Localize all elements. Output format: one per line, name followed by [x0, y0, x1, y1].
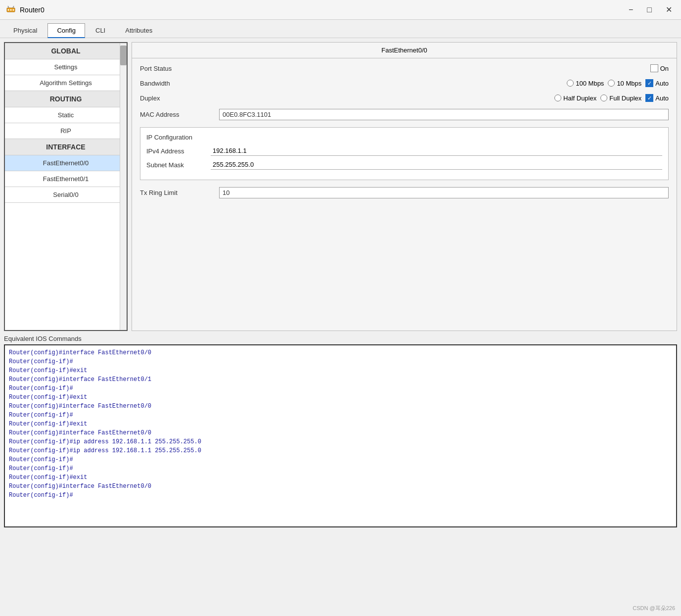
router-icon [6, 5, 16, 15]
mac-address-input[interactable] [219, 109, 669, 120]
bandwidth-10-radio[interactable] [608, 80, 615, 87]
window-controls: − □ ✕ [626, 4, 675, 15]
bandwidth-100-item: 100 Mbps [567, 80, 604, 87]
ios-section-title: Equivalent IOS Commands [4, 335, 677, 342]
ios-terminal[interactable]: Router(config)#interface FastEthernet0/0… [4, 344, 677, 527]
terminal-line: Router(config-if)# [9, 384, 672, 393]
sidebar-item-fastethernet00[interactable]: FastEthernet0/0 [5, 155, 127, 171]
bandwidth-auto-checkbox[interactable]: ✓ [645, 79, 653, 87]
terminal-line: Router(config)#interface FastEthernet0/1 [9, 375, 672, 384]
close-button[interactable]: ✕ [663, 4, 675, 15]
subnet-label: Subnet Mask [146, 161, 211, 169]
interface-panel: FastEthernet0/0 Port Status On Bandwidth [132, 42, 677, 331]
sidebar-item-interface: INTERFACE [5, 139, 127, 155]
terminal-line: Router(config)#interface FastEthernet0/0 [9, 482, 672, 491]
sidebar-item-algorithm-settings[interactable]: Algorithm Settings [5, 75, 127, 91]
ipv4-row: IPv4 Address [146, 146, 662, 156]
duplex-row: Duplex Half Duplex Full Duplex ✓ Auto [140, 94, 669, 102]
bandwidth-auto-item: ✓ Auto [645, 79, 669, 87]
sidebar: GLOBAL Settings Algorithm Settings ROUTI… [4, 42, 128, 331]
interface-body: Port Status On Bandwidth 100 Mbp [132, 58, 677, 204]
sidebar-item-settings[interactable]: Settings [5, 59, 127, 75]
terminal-line: Router(config)#interface FastEthernet0/0 [9, 348, 672, 357]
title-bar: Router0 − □ ✕ [0, 0, 681, 20]
title-bar-left: Router0 [6, 5, 45, 15]
terminal-line: Router(config)#interface FastEthernet0/0 [9, 428, 672, 437]
right-panel: FastEthernet0/0 Port Status On Bandwidth [132, 42, 677, 331]
subnet-row: Subnet Mask [146, 160, 662, 170]
terminal-line: Router(config-if)#ip address 192.168.1.1… [9, 446, 672, 455]
svg-point-3 [13, 9, 14, 10]
tab-physical[interactable]: Physical [4, 23, 46, 38]
tx-ring-row: Tx Ring Limit [140, 187, 669, 198]
tx-ring-input[interactable] [219, 187, 669, 198]
minimize-button[interactable]: − [626, 4, 636, 15]
ipv4-input[interactable] [211, 146, 662, 156]
subnet-input[interactable] [211, 160, 662, 170]
port-status-label: Port Status [140, 65, 219, 72]
port-status-row: Port Status On [140, 64, 669, 72]
bandwidth-100-label: 100 Mbps [576, 80, 604, 87]
bandwidth-100-radio[interactable] [567, 80, 574, 87]
watermark: CSDN @耳朵226 [633, 605, 675, 612]
terminal-line: Router(config-if)# [9, 491, 672, 500]
sidebar-item-fastethernet01[interactable]: FastEthernet0/1 [5, 171, 127, 187]
tabs-bar: Physical Config CLI Attributes [0, 20, 681, 38]
terminal-line: Router(config-if)#exit [9, 473, 672, 482]
sidebar-item-routing: ROUTING [5, 91, 127, 107]
duplex-full-radio[interactable] [600, 95, 607, 101]
bandwidth-label: Bandwidth [140, 80, 219, 87]
terminal-line: Router(config-if)#exit [9, 420, 672, 428]
terminal-line: Router(config-if)#ip address 192.168.1.1… [9, 437, 672, 446]
duplex-full-label: Full Duplex [609, 95, 641, 102]
terminal-line: Router(config-if)#exit [9, 393, 672, 402]
bandwidth-row: Bandwidth 100 Mbps 10 Mbps ✓ Auto [140, 79, 669, 87]
tab-cli[interactable]: CLI [86, 23, 115, 38]
ip-config-box: IP Configuration IPv4 Address Subnet Mas… [140, 127, 669, 180]
tx-ring-controls [219, 187, 669, 198]
mac-address-row: MAC Address [140, 109, 669, 120]
tab-attributes[interactable]: Attributes [116, 23, 162, 38]
port-status-on-checkbox[interactable]: On [650, 64, 669, 72]
interface-title: FastEthernet0/0 [132, 43, 677, 58]
duplex-auto-label: Auto [655, 95, 669, 102]
ip-config-title: IP Configuration [146, 134, 662, 141]
duplex-label: Duplex [140, 95, 219, 102]
maximize-button[interactable]: □ [644, 4, 655, 15]
svg-point-1 [8, 9, 9, 10]
bandwidth-10-item: 10 Mbps [608, 80, 641, 87]
main-content: GLOBAL Settings Algorithm Settings ROUTI… [0, 38, 681, 335]
port-status-controls: On [219, 64, 669, 72]
bandwidth-radio-group: 100 Mbps 10 Mbps ✓ Auto [219, 79, 669, 87]
sidebar-item-static[interactable]: Static [5, 107, 127, 123]
duplex-radio-group: Half Duplex Full Duplex ✓ Auto [219, 94, 669, 102]
sidebar-item-serial00[interactable]: Serial0/0 [5, 187, 127, 203]
tx-ring-label: Tx Ring Limit [140, 189, 219, 196]
ios-section: Equivalent IOS Commands Router(config)#i… [4, 335, 677, 527]
duplex-half-item: Half Duplex [554, 95, 596, 102]
sidebar-scrollbar-thumb [120, 46, 127, 65]
duplex-full-item: Full Duplex [600, 95, 641, 102]
window-title: Router0 [20, 6, 45, 14]
terminal-line: Router(config-if)# [9, 411, 672, 420]
duplex-auto-checkbox[interactable]: ✓ [645, 94, 653, 102]
bandwidth-10-label: 10 Mbps [617, 80, 641, 87]
svg-line-5 [13, 6, 14, 8]
sidebar-item-rip[interactable]: RIP [5, 123, 127, 139]
duplex-half-label: Half Duplex [563, 95, 596, 102]
sidebar-scroll: GLOBAL Settings Algorithm Settings ROUTI… [5, 43, 127, 330]
duplex-auto-item: ✓ Auto [645, 94, 669, 102]
svg-line-4 [8, 6, 9, 8]
terminal-line: Router(config-if)# [9, 357, 672, 366]
bandwidth-auto-label: Auto [655, 80, 669, 87]
terminal-line: Router(config-if)# [9, 464, 672, 473]
duplex-half-radio[interactable] [554, 95, 561, 101]
mac-address-label: MAC Address [140, 111, 219, 118]
port-status-checkbox-box[interactable] [650, 64, 658, 72]
svg-point-2 [10, 9, 12, 10]
sidebar-scrollbar[interactable] [120, 43, 127, 330]
mac-address-controls [219, 109, 669, 120]
sidebar-item-global: GLOBAL [5, 43, 127, 59]
tab-config[interactable]: Config [47, 23, 85, 38]
terminal-line: Router(config-if)#exit [9, 366, 672, 375]
